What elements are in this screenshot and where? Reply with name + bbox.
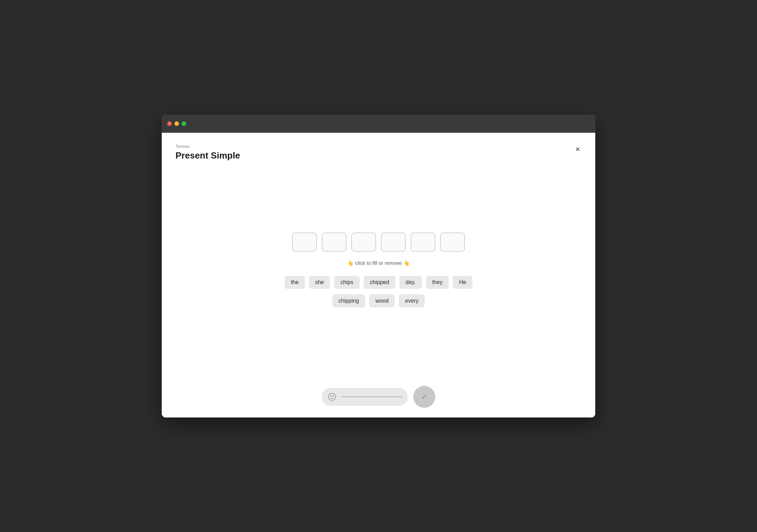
- word-chip-she[interactable]: she: [309, 276, 330, 289]
- smiley-icon: [327, 392, 337, 402]
- app-window: Tenses Present Simple × 👆 click to fill …: [162, 115, 595, 417]
- check-icon: ✓: [421, 392, 427, 401]
- main-content: Tenses Present Simple × 👆 click to fill …: [162, 133, 595, 417]
- header: Tenses Present Simple ×: [175, 144, 582, 161]
- exercise-area: 👆 click to fill or remove 👆 the she chip…: [175, 161, 582, 406]
- word-row-1: the she chips chipped day. they He: [285, 276, 472, 289]
- answer-slot-3[interactable]: [351, 232, 376, 252]
- answer-slot-2[interactable]: [322, 232, 346, 252]
- word-bank: the she chips chipped day. they He chipp…: [285, 276, 472, 307]
- word-chip-wood[interactable]: wood: [369, 294, 395, 307]
- title-area: Tenses Present Simple: [175, 144, 240, 161]
- close-button[interactable]: ×: [574, 144, 582, 155]
- word-chip-chipped[interactable]: chipped: [364, 276, 395, 289]
- check-button[interactable]: ✓: [413, 386, 435, 408]
- close-traffic-light[interactable]: [167, 121, 172, 126]
- word-chip-chipping[interactable]: chipping: [332, 294, 365, 307]
- answer-slot-1[interactable]: [292, 232, 317, 252]
- answer-slot-4[interactable]: [381, 232, 406, 252]
- svg-point-0: [329, 393, 336, 400]
- word-chip-chips[interactable]: chips: [334, 276, 359, 289]
- hint-text: 👆 click to fill or remove 👆: [347, 260, 410, 266]
- word-chip-the[interactable]: the: [285, 276, 305, 289]
- word-chip-day[interactable]: day.: [399, 276, 422, 289]
- progress-track: [322, 388, 408, 406]
- minimize-traffic-light[interactable]: [174, 121, 179, 126]
- breadcrumb: Tenses: [175, 144, 240, 149]
- traffic-lights: [167, 121, 186, 126]
- word-chip-they[interactable]: they: [426, 276, 449, 289]
- word-chip-every[interactable]: every: [399, 294, 425, 307]
- answer-slot-5[interactable]: [411, 232, 435, 252]
- titlebar: [162, 115, 595, 133]
- answer-slot-6[interactable]: [440, 232, 465, 252]
- answer-slots: [292, 232, 465, 252]
- bottom-bar: ✓: [322, 386, 435, 408]
- progress-line: [341, 396, 402, 397]
- word-row-2: chipping wood every: [332, 294, 425, 307]
- svg-point-2: [333, 395, 334, 396]
- word-chip-he[interactable]: He: [453, 276, 472, 289]
- svg-point-1: [331, 395, 331, 396]
- page-title: Present Simple: [175, 150, 240, 161]
- fullscreen-traffic-light[interactable]: [182, 121, 186, 126]
